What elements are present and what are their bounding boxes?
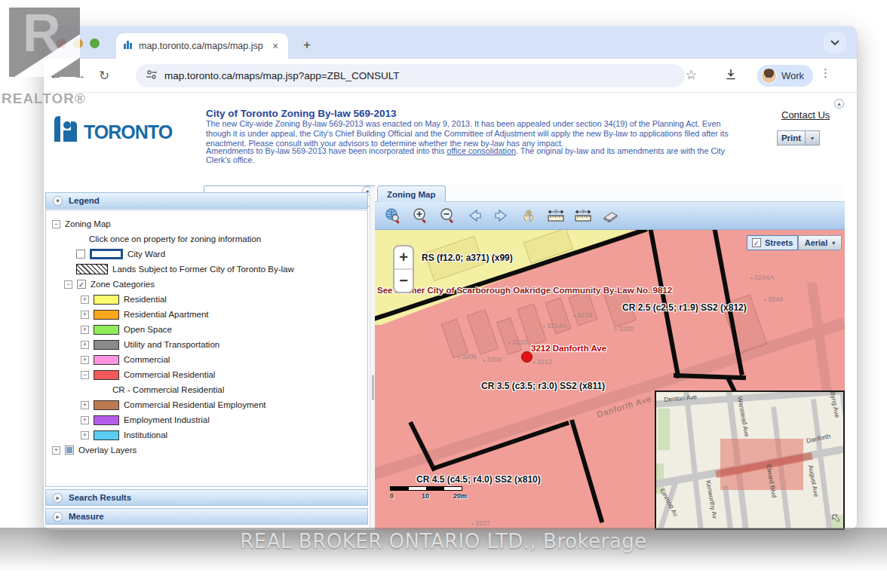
legend-category-label: Residential Apartment: [124, 310, 209, 319]
measure-panel[interactable]: ▸ Measure: [45, 508, 368, 525]
address-marker-dot: [521, 351, 533, 363]
expander-icon[interactable]: +: [81, 356, 89, 364]
download-icon[interactable]: [724, 68, 738, 84]
category-color-swatch: [94, 310, 119, 320]
legend-header[interactable]: ▾ Legend: [45, 192, 368, 209]
pan-icon[interactable]: [520, 207, 538, 225]
overview-inset-map[interactable]: Denton AveWanstead AveByng AveDanforthAu…: [655, 390, 845, 530]
expander-icon[interactable]: +: [81, 311, 89, 319]
office-consolidation-link[interactable]: office consolidation: [447, 146, 516, 155]
parcel-number-label: 3244A: [750, 274, 774, 281]
print-dropdown-icon[interactable]: ▾: [806, 130, 820, 145]
svg-text:?: ?: [582, 209, 585, 214]
legend-category-row[interactable]: + Utility and Transportation: [46, 337, 367, 352]
map-zoom-in-button[interactable]: +: [394, 247, 413, 270]
streets-checkbox[interactable]: ✓: [752, 238, 761, 247]
browser-tab[interactable]: map.toronto.ca/maps/map.jsp ×: [116, 33, 288, 59]
legend-root-row[interactable]: − Zoning Map: [46, 216, 367, 231]
parcel-number-label: 3220: [615, 325, 634, 332]
new-tab-button[interactable]: +: [297, 35, 317, 55]
expander-icon[interactable]: −: [81, 371, 89, 379]
legend-category-row[interactable]: + Residential Apartment: [46, 307, 367, 322]
search-results-title: Search Results: [69, 493, 131, 502]
brokerage-watermark: REAL BROKER ONTARIO LTD., Brokerage: [0, 530, 887, 553]
expander-icon[interactable]: +: [81, 326, 89, 334]
legend-overlay-row[interactable]: + Overlay Layers: [46, 443, 367, 458]
legend-category-row[interactable]: + Commercial: [46, 352, 367, 367]
site-info-icon[interactable]: [146, 69, 158, 84]
legend-category-label: Open Space: [124, 325, 172, 334]
header-collapse-icon[interactable]: ▴: [834, 99, 844, 109]
lands-label: Lands Subject to Former City of Toronto …: [112, 265, 294, 274]
traffic-light-zoom[interactable]: [90, 38, 100, 48]
city-ward-label: City Ward: [127, 250, 165, 259]
tab-close-icon[interactable]: ×: [269, 40, 281, 52]
forward-icon[interactable]: →: [68, 68, 92, 83]
search-results-expand-icon[interactable]: ▸: [53, 493, 63, 503]
category-color-swatch: [94, 430, 119, 440]
expander-icon[interactable]: +: [81, 341, 89, 349]
eraser-icon[interactable]: [601, 207, 619, 225]
expander-icon[interactable]: +: [81, 296, 89, 304]
inset-street-label: Kenworthy Av: [704, 479, 719, 519]
zoom-out-icon[interactable]: [438, 207, 456, 225]
legend-hint-row: Click once on property for zoning inform…: [46, 231, 367, 247]
legend-root-label: Zoning Map: [65, 219, 111, 228]
category-color-swatch: [94, 340, 119, 350]
legend-category-row[interactable]: + Residential: [46, 292, 367, 307]
legend-category-row[interactable]: + Institutional: [46, 427, 367, 443]
legend-zonecat-row[interactable]: − ✓ Zone Categories: [46, 277, 367, 292]
expander-icon[interactable]: −: [64, 280, 72, 289]
inset-resize-icon[interactable]: [831, 513, 842, 527]
url-text: map.toronto.ca/maps/map.jsp?app=ZBL_CONS…: [164, 70, 400, 81]
expander-icon[interactable]: −: [52, 220, 60, 228]
expander-icon[interactable]: +: [81, 416, 89, 424]
map-canvas[interactable]: RS (f12.0; a371) (x99) See Former City o…: [375, 230, 845, 530]
measure-area-icon[interactable]: ?: [574, 207, 592, 225]
expander-icon[interactable]: +: [81, 431, 89, 439]
zoom-in-icon[interactable]: [411, 207, 429, 225]
screen: map.toronto.ca/maps/map.jsp × + ← → ↻ ma…: [0, 0, 887, 588]
legend-category-row[interactable]: + Commercial Residential Employment: [46, 397, 367, 412]
bookmark-star-icon[interactable]: ☆: [686, 67, 697, 83]
legend-category-row[interactable]: + Open Space: [46, 322, 367, 337]
tab-zoning-map[interactable]: Zoning Map: [377, 185, 446, 202]
contact-us-link[interactable]: Contact Us: [781, 109, 830, 121]
legend-category-row[interactable]: + Employment Industrial: [46, 412, 367, 427]
parcel-number-label: 3244: [764, 296, 783, 303]
measure-expand-icon[interactable]: ▸: [53, 512, 63, 522]
expander-icon[interactable]: +: [52, 446, 60, 455]
back-icon[interactable]: ←: [44, 68, 68, 83]
city-ward-checkbox[interactable]: [76, 250, 85, 259]
splitter-handle[interactable]: [372, 375, 374, 400]
legend-cityward-row[interactable]: City Ward: [46, 247, 367, 262]
inset-street-label: Wanstead Ave: [736, 396, 750, 437]
streets-toggle[interactable]: ✓ Streets: [747, 235, 798, 250]
traffic-light-close[interactable]: [57, 38, 66, 48]
parcel-number-label: 3214A: [543, 322, 566, 329]
previous-extent-icon[interactable]: [465, 207, 483, 225]
parcel-number-label: 3218: [573, 311, 592, 319]
category-color-swatch: [94, 415, 119, 425]
zone-categories-checkbox[interactable]: ✓: [77, 280, 86, 289]
map-zoom-out-button[interactable]: −: [394, 270, 413, 292]
expander-icon[interactable]: +: [81, 401, 89, 409]
profile-button[interactable]: Work: [757, 65, 813, 87]
traffic-light-minimize[interactable]: [73, 38, 83, 48]
zoom-full-extent-icon[interactable]: [384, 207, 402, 225]
browser-menu-icon[interactable]: ⋮: [820, 66, 831, 80]
map-zoom-control: + −: [393, 245, 414, 293]
print-button[interactable]: Print: [777, 130, 806, 145]
search-results-panel[interactable]: ▸ Search Results: [45, 489, 368, 506]
legend-collapse-icon[interactable]: ▾: [53, 196, 63, 206]
avatar: [761, 68, 777, 84]
next-extent-icon[interactable]: [493, 207, 511, 225]
aerial-button[interactable]: Aerial ▾: [798, 235, 842, 250]
url-bar[interactable]: map.toronto.ca/maps/map.jsp?app=ZBL_CONS…: [136, 64, 685, 87]
reload-icon[interactable]: ↻: [92, 68, 116, 84]
overlay-layers-checkbox[interactable]: [65, 446, 74, 455]
measure-distance-icon[interactable]: ?: [547, 207, 565, 225]
category-color-swatch: [94, 370, 119, 380]
legend-category-row[interactable]: − Commercial Residential: [46, 367, 367, 382]
tab-search-chevron-icon[interactable]: [824, 32, 846, 54]
